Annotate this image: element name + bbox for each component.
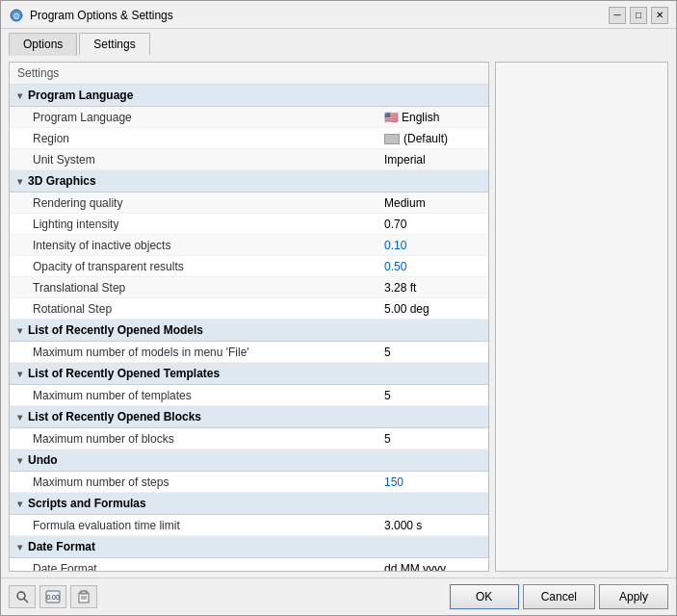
value-translational-step[interactable]: 3.28 ft [384,281,481,295]
row-max-templates: Maximum number of templates 5 [10,385,488,406]
apply-button[interactable]: Apply [599,584,668,609]
svg-text:0.00: 0.00 [46,594,60,601]
bottom-bar: 0.00 OK Cancel Apply [1,578,676,615]
main-window: ⚙ Program Options & Settings ─ □ ✕ Optio… [0,0,677,616]
value-rendering-quality[interactable]: Medium [384,196,481,210]
row-region: Region (Default) [10,128,488,149]
value-opacity-transparent[interactable]: 0.50 [384,260,481,273]
maximize-button[interactable]: □ [630,7,647,24]
main-area: Settings ▾ Program Language Program Lang… [1,56,676,578]
row-unit-system: Unit System Imperial [10,149,488,170]
section-label: 3D Graphics [28,174,96,188]
settings-content[interactable]: ▾ Program Language Program Language 🇺🇸En… [10,85,488,571]
window-title: Program Options & Settings [30,9,609,22]
row-date-format: Date Format dd.MM.yyyy [10,558,488,571]
ok-button[interactable]: OK [450,584,519,609]
value-max-templates[interactable]: 5 [384,389,481,402]
section-label: List of Recently Opened Templates [28,367,220,380]
title-bar: ⚙ Program Options & Settings ─ □ ✕ [1,1,676,29]
section-label: Program Language [28,89,133,102]
value-date-format[interactable]: dd.MM.yyyy [384,562,481,572]
row-rendering-quality: Rendering quality Medium [10,192,488,214]
row-opacity-transparent: Opacity of transparent results 0.50 [10,256,488,277]
minimize-button[interactable]: ─ [609,7,626,24]
tab-options[interactable]: Options [9,33,77,56]
svg-rect-7 [81,591,87,594]
section-3d-graphics[interactable]: ▾ 3D Graphics [10,170,488,192]
svg-point-2 [17,592,25,600]
close-button[interactable]: ✕ [651,7,668,24]
toolbar-icons: 0.00 [9,585,446,608]
row-lighting-intensity: Lighting intensity 0.70 [10,214,488,235]
tab-settings[interactable]: Settings [79,33,149,56]
tab-bar: Options Settings [1,29,676,56]
value-max-models[interactable]: 5 [384,346,481,359]
section-label: List of Recently Opened Models [28,323,203,337]
row-rotational-step: Rotational Step 5.00 deg [10,298,488,320]
value-max-steps[interactable]: 150 [384,475,481,489]
value-unit-system[interactable]: Imperial [384,153,481,167]
app-icon: ⚙ [9,8,24,23]
section-program-language[interactable]: ▾ Program Language [10,85,488,107]
value-inactive-intensity[interactable]: 0.10 [384,239,481,252]
svg-text:⚙: ⚙ [13,12,20,21]
chevron-icon: ▾ [17,499,22,509]
numeric-icon-btn[interactable]: 0.00 [39,585,66,608]
value-program-language[interactable]: 🇺🇸English [384,111,481,124]
chevron-icon: ▾ [17,455,22,466]
chevron-icon: ▾ [17,325,22,336]
value-lighting-intensity[interactable]: 0.70 [384,218,481,231]
value-rotational-step[interactable]: 5.00 deg [384,302,481,316]
row-max-blocks: Maximum number of blocks 5 [10,428,488,449]
clipboard-icon-btn[interactable] [70,585,97,608]
row-max-models: Maximum number of models in menu 'File' … [10,342,488,363]
row-program-language: Program Language 🇺🇸English [10,107,488,128]
section-label: Scripts and Formulas [28,497,146,510]
region-swatch [384,134,400,144]
section-recent-templates[interactable]: ▾ List of Recently Opened Templates [10,363,488,385]
settings-label: Settings [10,63,488,85]
cancel-button[interactable]: Cancel [523,584,595,609]
svg-line-3 [24,599,28,603]
chevron-icon: ▾ [17,176,22,187]
row-max-steps: Maximum number of steps 150 [10,472,488,493]
section-recent-models[interactable]: ▾ List of Recently Opened Models [10,320,488,342]
section-recent-blocks[interactable]: ▾ List of Recently Opened Blocks [10,406,488,428]
section-label: Date Format [28,540,95,553]
section-label: List of Recently Opened Blocks [28,410,201,424]
section-date-format[interactable]: ▾ Date Format [10,536,488,558]
row-inactive-intensity: Intensity of inactive objects 0.10 [10,235,488,256]
section-scripts-formulas[interactable]: ▾ Scripts and Formulas [10,493,488,515]
search-icon-btn[interactable] [9,585,36,608]
chevron-icon: ▾ [17,90,22,101]
row-formula-time: Formula evaluation time limit 3.000 s [10,515,488,536]
value-region[interactable]: (Default) [384,132,481,145]
window-controls: ─ □ ✕ [609,7,668,24]
right-panel [495,62,668,572]
chevron-icon: ▾ [17,542,22,552]
value-formula-time[interactable]: 3.000 s [384,519,481,532]
section-label: Undo [28,453,58,467]
row-translational-step: Translational Step 3.28 ft [10,277,488,298]
settings-panel: Settings ▾ Program Language Program Lang… [9,62,489,572]
section-undo[interactable]: ▾ Undo [10,449,488,472]
chevron-icon: ▾ [17,369,22,379]
chevron-icon: ▾ [17,412,22,423]
value-max-blocks[interactable]: 5 [384,432,481,446]
